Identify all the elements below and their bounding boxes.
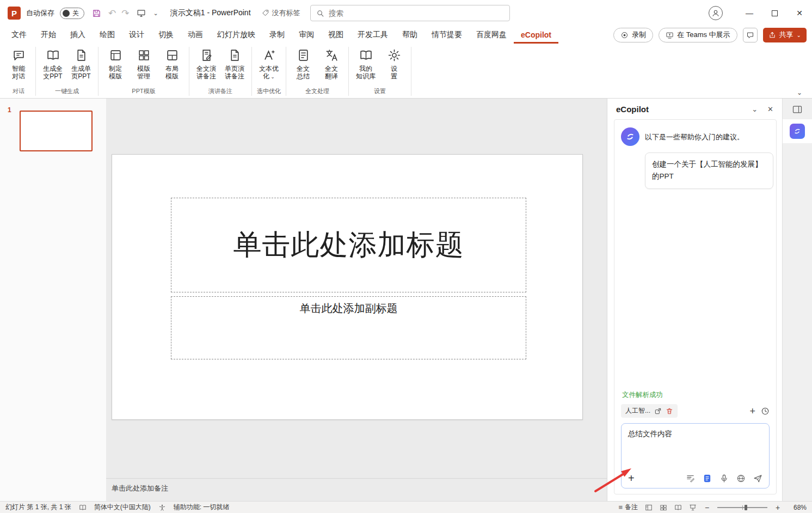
language-status[interactable]: 简体中文(中国大陆) — [94, 503, 151, 512]
close-button[interactable]: ✕ — [787, 0, 812, 26]
reading-view-button[interactable] — [674, 504, 682, 511]
spellcheck-icon[interactable] — [79, 504, 87, 511]
slide-thumbnail[interactable] — [20, 111, 93, 151]
save-button[interactable] — [90, 7, 103, 20]
greeting-text: 以下是一些帮助你入门的建议。 — [645, 127, 744, 142]
ribbon-item-full-summary[interactable]: 全文总结 — [290, 45, 317, 80]
tab-slideshow[interactable]: 幻灯片放映 — [210, 26, 262, 44]
zoom-slider-thumb[interactable] — [745, 505, 747, 510]
autosave-label: 自动保存 — [26, 8, 54, 18]
history-clock-icon[interactable] — [761, 407, 770, 416]
account-avatar[interactable] — [709, 6, 723, 20]
delete-file-icon[interactable] — [666, 407, 673, 415]
tab-view[interactable]: 视图 — [321, 26, 350, 44]
subtitle-placeholder[interactable]: 单击此处添加副标题 — [171, 296, 526, 359]
customize-quick-access-chevron-icon[interactable]: ⌄ — [153, 10, 158, 17]
side-panel-strip — [782, 99, 812, 501]
record-icon — [620, 31, 629, 39]
tab-design[interactable]: 设计 — [122, 26, 151, 44]
collapse-ribbon-chevron-icon[interactable]: ⌄ — [797, 89, 802, 96]
notes-toggle[interactable]: ≡ 备注 — [618, 503, 638, 512]
zoom-in-button[interactable]: + — [774, 504, 781, 511]
copilot-input-box: 总结文件内容 + — [621, 423, 770, 488]
document-tag[interactable]: 没有标签 — [262, 8, 300, 18]
properties-panel-icon[interactable] — [792, 104, 803, 115]
file-parse-status: 文件解析成功 — [622, 390, 768, 400]
ribbon-item-generate-single-ppt[interactable]: 生成单页PPT — [67, 45, 95, 80]
singlepage-ppt-icon — [75, 48, 88, 62]
new-chat-plus-icon[interactable]: + — [749, 406, 755, 416]
normal-view-button[interactable] — [645, 504, 653, 511]
accessibility-status[interactable]: 辅助功能: 一切就绪 — [174, 503, 230, 512]
slide[interactable]: 单击此处添加标题 单击此处添加副标题 — [112, 154, 583, 420]
maximize-button[interactable] — [762, 0, 787, 26]
notes-pane[interactable]: 单击此处添加备注 — [106, 478, 607, 501]
send-icon[interactable] — [753, 474, 762, 483]
redo-button[interactable]: ↷ — [121, 9, 129, 18]
ribbon-item-full-speech-notes[interactable]: 全文演讲备注 — [193, 45, 220, 80]
tab-record[interactable]: 录制 — [262, 26, 292, 44]
copilot-input[interactable]: 总结文件内容 — [628, 429, 762, 473]
ribbon-item-create-template[interactable]: 制定模版 — [102, 45, 129, 80]
microphone-icon[interactable] — [719, 474, 729, 483]
zoom-slider[interactable] — [717, 504, 767, 511]
autosave-toggle[interactable]: 关 — [60, 8, 84, 19]
suggestion-card[interactable]: 创建一个关于【人工智能的发展】的PPT — [645, 152, 773, 189]
ribbon-item-single-speech-notes[interactable]: 单页演讲备注 — [221, 45, 248, 80]
tab-review[interactable]: 审阅 — [292, 26, 321, 44]
search-box[interactable] — [310, 5, 510, 21]
tab-animations[interactable]: 动画 — [181, 26, 210, 44]
ribbon-item-layout-template[interactable]: 布局模版 — [158, 45, 186, 80]
export-file-icon[interactable] — [654, 407, 662, 415]
tab-file[interactable]: 文件 — [4, 26, 34, 44]
ribbon-group-speech-notes: 全文演讲备注 单页演讲备注 演讲备注 — [190, 45, 251, 98]
tab-help[interactable]: 帮助 — [395, 26, 425, 44]
tab-ecopilot[interactable]: eCopilot — [514, 26, 558, 44]
tab-baidu-netdisk[interactable]: 百度网盘 — [469, 26, 514, 44]
assistant-message: 以下是一些帮助你入门的建议。 — [621, 127, 770, 146]
slide-counter: 幻灯片 第 1 张, 共 1 张 — [5, 503, 71, 512]
file-chip[interactable]: 人工智... — [621, 404, 678, 418]
record-button[interactable]: 录制 — [613, 28, 653, 42]
slide-sorter-view-button[interactable] — [660, 504, 667, 511]
ecopilot-header: eCopilot ⌄ ✕ — [607, 99, 782, 119]
tag-icon — [262, 9, 269, 17]
group-divider — [348, 47, 349, 96]
minimize-button[interactable]: — — [737, 0, 762, 26]
ribbon-tab-bar: 文件 开始 插入 绘图 设计 切换 动画 幻灯片放映 录制 审阅 视图 开发工具… — [0, 26, 812, 44]
ribbon-item-settings[interactable]: 设置 — [380, 45, 408, 80]
ribbon-item-full-translate[interactable]: 全文翻译 — [318, 45, 345, 80]
ribbon-item-smart-chat[interactable]: 智能对话 — [5, 45, 32, 80]
present-in-teams-button[interactable]: 在 Teams 中展示 — [659, 28, 737, 42]
attach-plus-icon[interactable]: + — [628, 473, 635, 484]
tab-transitions[interactable]: 切换 — [151, 26, 181, 44]
zoom-out-button[interactable]: − — [704, 504, 710, 511]
zoom-level[interactable]: 68% — [788, 504, 807, 511]
panel-collapse-chevron-icon[interactable]: ⌄ — [752, 106, 758, 113]
ribbon-item-my-knowledge[interactable]: 我的知识库 — [352, 45, 379, 80]
document-title: 演示文稿1 - PowerPoint — [170, 8, 251, 18]
present-from-start-button[interactable] — [135, 7, 148, 20]
title-placeholder[interactable]: 单击此处添加标题 — [171, 198, 526, 292]
comments-button[interactable] — [743, 28, 758, 42]
tab-developer[interactable]: 开发工具 — [350, 26, 395, 44]
attached-document-icon[interactable] — [703, 474, 712, 483]
ecopilot-sidebar-button[interactable] — [783, 119, 812, 143]
layout-template-icon — [165, 48, 179, 62]
ribbon-item-text-optimize[interactable]: 文本优化⌄ — [255, 45, 282, 81]
tab-home[interactable]: 开始 — [34, 26, 63, 44]
ribbon-item-generate-full-ppt[interactable]: 生成全文PPT — [39, 45, 66, 80]
share-button[interactable]: 共享 ⌄ — [763, 28, 807, 42]
ribbon-item-manage-template[interactable]: 模版管理 — [130, 45, 157, 80]
tab-draw[interactable]: 绘图 — [93, 26, 122, 44]
web-globe-icon[interactable] — [736, 474, 746, 483]
slideshow-view-button[interactable] — [689, 504, 697, 511]
notes-lines-icon: ≡ — [618, 503, 623, 511]
panel-close-icon[interactable]: ✕ — [767, 106, 773, 113]
tab-insert[interactable]: 插入 — [63, 26, 93, 44]
undo-button[interactable]: ↶ — [108, 9, 116, 18]
prompt-template-icon[interactable] — [686, 474, 695, 483]
ribbon-group-fulltext-processing: 全文总结 全文翻译 全文处理 — [287, 45, 348, 98]
tab-storyboard[interactable]: 情节提要 — [425, 26, 469, 44]
search-input[interactable] — [329, 9, 504, 17]
